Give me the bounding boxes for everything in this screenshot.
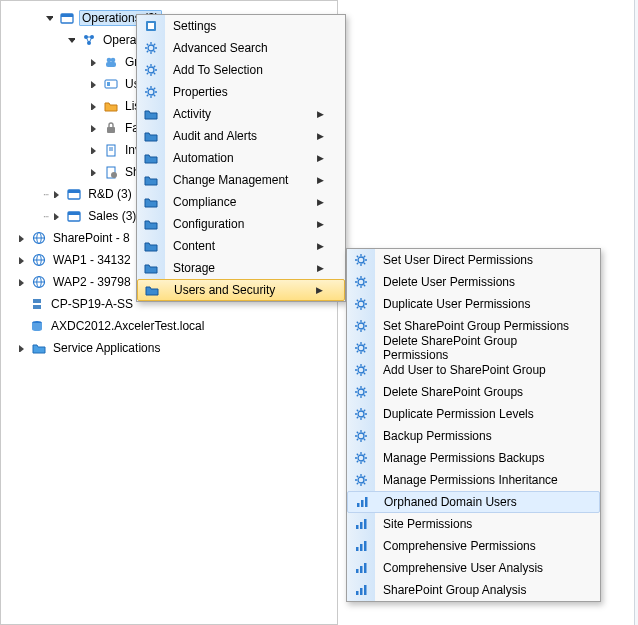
menu-item-activity[interactable]: Activity ▶ — [137, 103, 345, 125]
gear-icon — [347, 253, 375, 267]
menu-item-duplicate-permission-levels[interactable]: Duplicate Permission Levels — [347, 403, 600, 425]
tree-label[interactable]: SharePoint - 8 — [51, 231, 132, 245]
menu-item-orphaned-domain-users[interactable]: Orphaned Domain Users — [347, 491, 600, 513]
tree-label[interactable]: CP-SP19-A-SS — [49, 297, 135, 311]
tree-connector: ··· — [43, 189, 48, 200]
app-icon — [137, 19, 165, 33]
folder-icon — [137, 239, 165, 253]
menu-item-site-permissions[interactable]: Site Permissions — [347, 513, 600, 535]
menu-label: Automation — [165, 151, 317, 165]
expander-icon[interactable] — [87, 100, 99, 112]
gear-icon — [137, 63, 165, 77]
menu-item-properties[interactable]: Properties — [137, 81, 345, 103]
expander-icon[interactable] — [50, 188, 62, 200]
submenu-arrow-icon: ▶ — [317, 241, 327, 251]
chart-icon — [347, 561, 375, 575]
expander-icon[interactable] — [15, 232, 27, 244]
expander-icon[interactable] — [15, 342, 27, 354]
menu-item-automation[interactable]: Automation ▶ — [137, 147, 345, 169]
menu-item-manage-permissions-backups[interactable]: Manage Permissions Backups — [347, 447, 600, 469]
expander-icon[interactable] — [15, 254, 27, 266]
tree-label[interactable]: R&D (3) — [86, 187, 133, 201]
doc-icon — [103, 142, 119, 158]
menu-item-advanced-search[interactable]: Advanced Search — [137, 37, 345, 59]
menu-item-delete-sp-groups[interactable]: Delete SharePoint Groups — [347, 381, 600, 403]
expander-icon[interactable] — [15, 276, 27, 288]
folder-icon — [137, 261, 165, 275]
menu-item-change-management[interactable]: Change Management ▶ — [137, 169, 345, 191]
menu-label: Delete User Permissions — [375, 275, 582, 289]
gear-icon — [137, 41, 165, 55]
menu-item-add-to-selection[interactable]: Add To Selection — [137, 59, 345, 81]
menu-label: Set User Direct Permissions — [375, 253, 582, 267]
menu-item-compliance[interactable]: Compliance ▶ — [137, 191, 345, 213]
menu-item-audit-alerts[interactable]: Audit and Alerts ▶ — [137, 125, 345, 147]
menu-label: SharePoint Group Analysis — [375, 583, 582, 597]
gear-icon — [347, 363, 375, 377]
site-icon — [66, 186, 82, 202]
expander-icon[interactable] — [65, 34, 77, 46]
menu-item-comprehensive-permissions[interactable]: Comprehensive Permissions — [347, 535, 600, 557]
menu-item-set-user-direct-permissions[interactable]: Set User Direct Permissions — [347, 249, 600, 271]
expander-icon[interactable] — [87, 122, 99, 134]
expander-icon[interactable] — [87, 78, 99, 90]
tree-node-axdc[interactable]: AXDC2012.AxcelerTest.local — [9, 315, 337, 337]
menu-item-content[interactable]: Content ▶ — [137, 235, 345, 257]
gear-icon — [347, 341, 375, 355]
menu-item-configuration[interactable]: Configuration ▶ — [137, 213, 345, 235]
menu-item-storage[interactable]: Storage ▶ — [137, 257, 345, 279]
menu-label: Duplicate User Permissions — [375, 297, 582, 311]
tree-label[interactable]: WAP2 - 39798 — [51, 275, 133, 289]
submenu-arrow-icon: ▶ — [317, 197, 327, 207]
menu-item-backup-permissions[interactable]: Backup Permissions — [347, 425, 600, 447]
splitter[interactable] — [634, 0, 638, 625]
folder-icon — [137, 107, 165, 121]
tree-label[interactable]: AXDC2012.AxcelerTest.local — [49, 319, 206, 333]
server-icon — [29, 296, 45, 312]
doc-lock-icon — [103, 164, 119, 180]
menu-label: Manage Permissions Inheritance — [375, 473, 582, 487]
menu-label: Configuration — [165, 217, 317, 231]
menu-label: Delete SharePoint Group Permissions — [375, 334, 582, 362]
database-icon — [29, 318, 45, 334]
gear-icon — [137, 85, 165, 99]
card-icon — [103, 76, 119, 92]
globe-icon — [31, 252, 47, 268]
menu-item-users-security[interactable]: Users and Security ▶ — [137, 279, 345, 301]
menu-item-manage-permissions-inheritance[interactable]: Manage Permissions Inheritance — [347, 469, 600, 491]
tree-node-svcapps[interactable]: Service Applications — [9, 337, 337, 359]
menu-label: Set SharePoint Group Permissions — [375, 319, 582, 333]
menu-label: Users and Security — [166, 283, 316, 297]
expander-icon[interactable] — [87, 56, 99, 68]
tree-label[interactable]: WAP1 - 34132 — [51, 253, 133, 267]
menu-item-settings[interactable]: Settings — [137, 15, 345, 37]
menu-item-delete-sp-group-permissions[interactable]: Delete SharePoint Group Permissions — [347, 337, 600, 359]
submenu-arrow-icon: ▶ — [317, 175, 327, 185]
menu-label: Advanced Search — [165, 41, 327, 55]
menu-label: Manage Permissions Backups — [375, 451, 582, 465]
folder-icon — [137, 173, 165, 187]
tree-label[interactable]: Service Applications — [51, 341, 162, 355]
site-icon — [59, 10, 75, 26]
menu-item-delete-user-permissions[interactable]: Delete User Permissions — [347, 271, 600, 293]
subsite-icon — [81, 32, 97, 48]
expander-icon[interactable] — [87, 166, 99, 178]
expander-icon[interactable] — [87, 144, 99, 156]
expander-icon[interactable] — [43, 12, 55, 24]
menu-item-comprehensive-user-analysis[interactable]: Comprehensive User Analysis — [347, 557, 600, 579]
menu-item-sharepoint-group-analysis[interactable]: SharePoint Group Analysis — [347, 579, 600, 601]
gear-icon — [347, 275, 375, 289]
tree-label[interactable]: Sales (3) — [86, 209, 138, 223]
menu-label: Compliance — [165, 195, 317, 209]
site-icon — [66, 208, 82, 224]
menu-label: Change Management — [165, 173, 317, 187]
gear-icon — [347, 473, 375, 487]
submenu-arrow-icon: ▶ — [317, 109, 327, 119]
menu-label: Comprehensive User Analysis — [375, 561, 582, 575]
expander-icon[interactable] — [50, 210, 62, 222]
gear-icon — [347, 319, 375, 333]
lock-icon — [103, 120, 119, 136]
folder-icon — [103, 98, 119, 114]
menu-item-add-user-sp-group[interactable]: Add User to SharePoint Group — [347, 359, 600, 381]
menu-item-duplicate-user-permissions[interactable]: Duplicate User Permissions — [347, 293, 600, 315]
